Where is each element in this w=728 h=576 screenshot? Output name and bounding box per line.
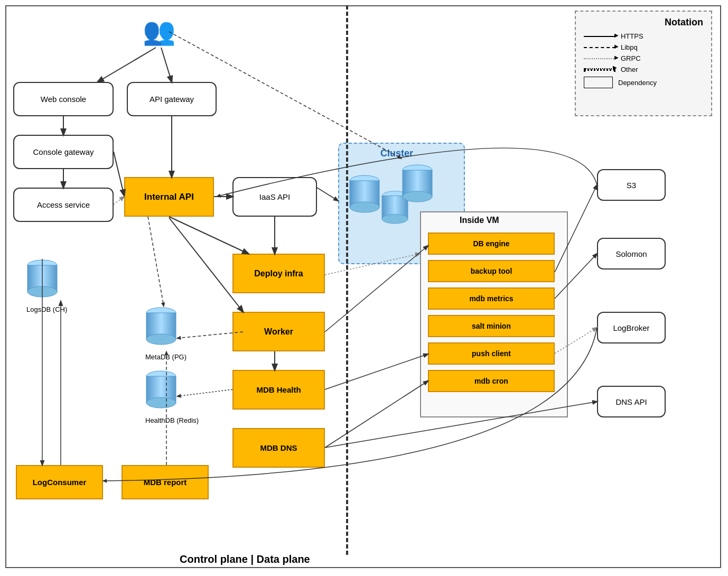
solomon-box: Solomon — [597, 238, 666, 270]
divider-line — [346, 5, 348, 555]
svg-point-17 — [146, 397, 176, 408]
logbroker-box: LogBroker — [597, 312, 666, 343]
notation-libpq: Libpq — [584, 43, 703, 51]
notation-box: Notation HTTPS Libpq GRPC Other Dependen… — [575, 11, 712, 116]
bottom-label: Control plane | Data plane — [180, 553, 310, 565]
backup-tool-item: backup tool — [428, 260, 555, 282]
svg-point-14 — [146, 334, 176, 345]
inside-vm-label: Inside VM — [460, 216, 499, 225]
libpq-label: Libpq — [621, 43, 638, 51]
notation-other: Other — [584, 66, 703, 73]
dep-box-icon — [584, 77, 613, 88]
other-line — [584, 68, 615, 71]
notation-https: HTTPS — [584, 32, 703, 40]
worker-box: Worker — [232, 312, 325, 351]
s3-box: S3 — [597, 169, 666, 201]
meta-db: MetaDB (PG) — [145, 306, 186, 361]
svg-point-2 — [350, 202, 379, 212]
logs-db: LogsDB (CH) — [26, 259, 67, 313]
cluster-label: Cluster — [380, 148, 413, 159]
other-label: Other — [621, 66, 638, 73]
deploy-infra-box: Deploy infra — [232, 254, 325, 293]
notation-dependency: Dependency — [584, 77, 703, 88]
grpc-label: GRPC — [621, 54, 641, 62]
cluster-db1 — [349, 174, 380, 219]
web-console-box: Web console — [13, 82, 114, 116]
api-gateway-box: API gateway — [127, 82, 217, 116]
mdb-cron-item: mdb cron — [428, 370, 555, 392]
db-engine-item: DB engine — [428, 233, 555, 255]
console-gateway-box: Console gateway — [13, 135, 114, 169]
salt-minion-item: salt minion — [428, 315, 555, 337]
cluster-db3 — [402, 164, 433, 208]
https-line — [584, 36, 615, 37]
svg-point-11 — [27, 286, 57, 297]
mdb-metrics-item: mdb metrics — [428, 287, 555, 310]
svg-point-5 — [382, 215, 408, 224]
log-consumer-box: LogConsumer — [16, 465, 103, 499]
notation-grpc: GRPC — [584, 54, 703, 62]
mdb-dns-box: MDB DNS — [232, 428, 325, 468]
mdb-health-box: MDB Health — [232, 370, 325, 410]
dns-api-box: DNS API — [597, 386, 666, 417]
mdb-report-box: MDB report — [122, 465, 209, 499]
users-icon: 👥 — [143, 16, 175, 47]
push-client-item: push client — [428, 342, 555, 365]
health-db: HealthDB (Redis) — [145, 370, 199, 424]
svg-point-8 — [403, 191, 432, 202]
iaas-api-box: IaaS API — [232, 177, 317, 217]
diagram: Notation HTTPS Libpq GRPC Other Dependen… — [0, 0, 728, 576]
notation-title: Notation — [584, 17, 703, 28]
libpq-line — [584, 47, 615, 48]
dep-label: Dependency — [618, 79, 657, 87]
access-service-box: Access service — [13, 188, 114, 222]
grpc-line — [584, 58, 615, 59]
internal-api-box: Internal API — [124, 177, 214, 217]
https-label: HTTPS — [621, 32, 643, 40]
